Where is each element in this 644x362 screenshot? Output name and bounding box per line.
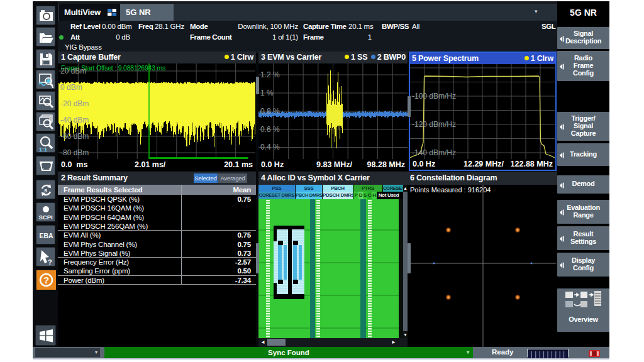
svg-text:s: s <box>44 187 47 194</box>
svg-text:?: ? <box>48 258 52 266</box>
svg-text:1:1: 1:1 <box>39 146 47 153</box>
svg-text:SCPI: SCPI <box>39 214 53 221</box>
svg-text:?: ? <box>43 275 49 285</box>
svg-text:EBA: EBA <box>39 232 53 239</box>
